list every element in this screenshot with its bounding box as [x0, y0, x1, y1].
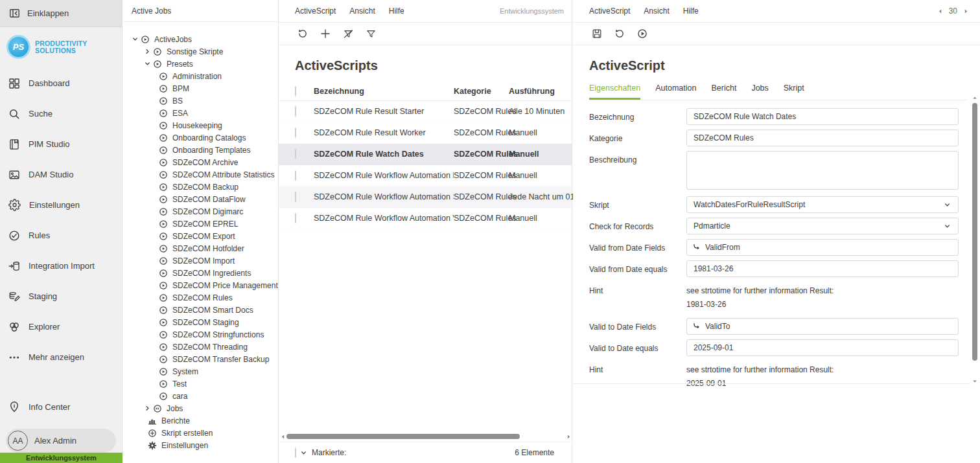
sidebar-item-integration-import[interactable]: Integration Import [0, 251, 122, 281]
tree-item-sdzecom-ingredients[interactable]: SDZeCOM Ingredients [123, 267, 278, 279]
tree-item-test[interactable]: Test [123, 378, 278, 390]
input-kategorie[interactable] [686, 130, 959, 146]
tree-item-sdzecom-digimarc[interactable]: SDZeCOM Digimarc [123, 205, 278, 218]
column-header-ausfuehrung[interactable]: Ausführung [509, 87, 572, 96]
tree-item-onboarding-templates[interactable]: Onboarding Templates [123, 144, 278, 156]
input-bezeichnung[interactable] [686, 108, 959, 125]
tree-item-sonstige-skripte[interactable]: Sonstige Skripte [123, 45, 278, 58]
tab-eigenschaften[interactable]: Eigenschaften [589, 84, 640, 100]
tree-item-sdzecom-transfer-backup[interactable]: SDZeCOM Transfer Backup [123, 353, 278, 365]
row-checkbox[interactable] [295, 128, 296, 138]
tree-item-cara[interactable]: cara [123, 390, 278, 402]
row-checkbox[interactable] [295, 149, 296, 159]
menu-hilfe[interactable]: Hilfe [683, 6, 699, 16]
tree-item-sdzecom-stringfunctions[interactable]: SDZeCOM Stringfunctions [123, 328, 278, 341]
select-check-for-records[interactable]: Pdmarticle [686, 218, 959, 234]
sidebar-item-mehr-anzeigen[interactable]: Mehr anzeigen [0, 342, 122, 372]
table-row[interactable]: SDZeCOM Rule Workflow Automation by d...… [279, 165, 572, 186]
tree-item-sdzecom-export[interactable]: SDZeCOM Export [123, 230, 278, 242]
refresh-button[interactable] [295, 26, 310, 41]
tree-item-sdzecom-archive[interactable]: SDZeCOM Archive [123, 156, 278, 168]
tree-item-sdzecom-import[interactable]: SDZeCOM Import [123, 254, 278, 267]
tree-item-esa[interactable]: ESA [123, 107, 278, 119]
footer-checkbox[interactable] [295, 447, 296, 458]
column-header-kategorie[interactable]: Kategorie [454, 87, 509, 96]
sidebar-item-rules[interactable]: Rules [0, 220, 122, 251]
sidebar-item-staging[interactable]: Staging [0, 281, 122, 311]
tree-item-sdzecom-staging[interactable]: SDZeCOM Staging [123, 316, 278, 328]
tree-item-sdzecom-backup[interactable]: SDZeCOM Backup [123, 181, 278, 193]
row-checkbox[interactable] [295, 106, 296, 117]
menu-hilfe[interactable]: Hilfe [389, 6, 404, 16]
tree-item-activejobs[interactable]: ActiveJobs [123, 33, 278, 45]
table-row[interactable]: SDZeCOM Rule Workflow Automation WorkerS… [279, 208, 572, 229]
sidebar-item-info-center[interactable]: Info Center [0, 394, 122, 420]
playc-button[interactable] [635, 26, 650, 41]
funnelslash-button[interactable] [340, 26, 356, 41]
tab-jobs[interactable]: Jobs [751, 84, 768, 100]
scroll-up-arrow[interactable] [972, 94, 978, 102]
row-checkbox[interactable] [295, 170, 296, 181]
column-header-bezeichnung[interactable]: Bezeichnung [314, 87, 454, 96]
tree-item-sdzecom-hotfolder[interactable]: SDZeCOM Hotfolder [123, 242, 278, 254]
menu-activescript[interactable]: ActiveScript [295, 6, 336, 16]
tree-item-sdzecom-threading[interactable]: SDZeCOM Threading [123, 341, 278, 353]
tree-item-jobs[interactable]: Jobs [123, 402, 278, 414]
row-checkbox[interactable] [295, 213, 296, 223]
tree-item-sdzecom-dataflow[interactable]: SDZeCOM DataFlow [123, 193, 278, 205]
input-valid-to-date-fields[interactable]: ValidTo [686, 318, 959, 335]
tab-skript[interactable]: Skript [784, 84, 804, 100]
tree-item-sdzecom-rules[interactable]: SDZeCOM Rules [123, 291, 278, 304]
tree-item-administration[interactable]: Administration [123, 70, 278, 82]
sidebar-item-dashboard[interactable]: Dashboard [0, 68, 122, 98]
sidebar-item-dam-studio[interactable]: DAM Studio [0, 159, 122, 190]
textarea-beschreibung[interactable] [686, 151, 959, 190]
floppy-button[interactable] [589, 26, 605, 41]
refresh-button[interactable] [612, 26, 627, 41]
tree-item-bpm[interactable]: BPM [123, 82, 278, 95]
user-menu[interactable]: AA Alex Admin [6, 429, 116, 453]
select-skript[interactable]: WatchDatesForRuleResultScript [686, 196, 959, 213]
table-row[interactable]: SDZeCOM Rule Workflow Automation Starter… [279, 186, 572, 208]
table-row[interactable]: SDZeCOM Rule Result WorkerSDZeCOM RulesM… [279, 122, 572, 144]
sidebar-item-einstellungen[interactable]: Einstellungen [0, 190, 122, 220]
pager-next-icon[interactable] [962, 8, 970, 15]
tree-item-sdzecom-smart-docs[interactable]: SDZeCOM Smart Docs [123, 304, 278, 316]
tree-item-einstellungen[interactable]: Einstellungen [123, 439, 278, 451]
tree-item-skript-erstellen[interactable]: Skript erstellen [123, 427, 278, 439]
sidebar-item-suche[interactable]: Suche [0, 98, 122, 129]
tree-item-sdzecom-eprel[interactable]: SDZeCOM EPREL [123, 218, 278, 230]
horizontal-scrollbar-thumb[interactable] [286, 434, 520, 439]
row-checkbox[interactable] [295, 192, 296, 202]
tree-item-presets[interactable]: Presets [123, 58, 278, 70]
vertical-scrollbar-thumb[interactable] [972, 103, 977, 361]
tab-automation[interactable]: Automation [655, 84, 696, 100]
scroll-right-arrow[interactable] [565, 433, 572, 440]
menu-ansicht[interactable]: Ansicht [349, 6, 375, 16]
chevron-down-icon[interactable] [299, 449, 308, 457]
tree-item-berichte[interactable]: Berichte [123, 414, 278, 427]
funnel-button[interactable] [363, 26, 379, 41]
scroll-left-arrow[interactable] [279, 433, 286, 440]
select-all-checkbox[interactable] [295, 86, 296, 96]
plus-button[interactable] [318, 26, 333, 41]
sidebar-item-pim-studio[interactable]: PIM Studio [0, 129, 122, 159]
scroll-down-arrow[interactable] [972, 378, 978, 385]
input-valid-from-date-fields[interactable]: ValidFrom [686, 239, 959, 256]
table-row[interactable]: SDZeCOM Rule Result StarterSDZeCOM Rules… [279, 101, 572, 122]
menu-activescript[interactable]: ActiveScript [589, 6, 630, 16]
pager-previous-icon[interactable] [937, 8, 944, 15]
tree-item-onboarding-catalogs[interactable]: Onboarding Catalogs [123, 131, 278, 144]
table-row[interactable]: SDZeCOM Rule Watch DatesSDZeCOM RulesMan… [279, 144, 572, 165]
tree-item-system[interactable]: System [123, 365, 278, 378]
tree-item-bs[interactable]: BS [123, 95, 278, 107]
sidebar-item-explorer[interactable]: Explorer [0, 311, 122, 342]
collapse-sidebar-button[interactable]: Einklappen [0, 0, 122, 27]
tab-bericht[interactable]: Bericht [711, 84, 736, 100]
menu-ansicht[interactable]: Ansicht [644, 6, 669, 16]
tree-item-sdzecom-price-management[interactable]: SDZeCOM Price Management [123, 279, 278, 291]
tree-item-sdzecom-attribute-statistics[interactable]: SDZeCOM Attribute Statistics [123, 168, 278, 181]
input-valid-from-date-equals[interactable] [686, 260, 959, 277]
tree-item-housekeeping[interactable]: Housekeeping [123, 119, 278, 131]
input-valid-to-date-equals[interactable] [686, 339, 959, 356]
